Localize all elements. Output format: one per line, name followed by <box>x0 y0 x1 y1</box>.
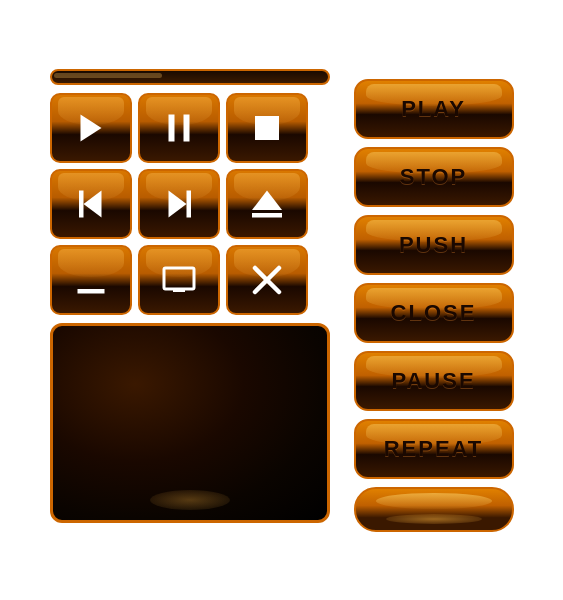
close-text-button[interactable]: CLOSE <box>354 283 514 343</box>
svg-marker-6 <box>168 190 186 217</box>
pause-text-button[interactable]: PAUSE <box>354 351 514 411</box>
seek-bar[interactable] <box>50 69 330 85</box>
svg-rect-1 <box>168 114 174 141</box>
svg-rect-10 <box>77 289 104 294</box>
repeat-text-button[interactable]: REPEAT <box>354 419 514 479</box>
svg-marker-0 <box>80 114 101 141</box>
right-panel: PLAY STOP PUSH CLOSE PAUSE REPEAT <box>354 79 514 532</box>
svg-marker-8 <box>252 190 282 210</box>
svg-rect-3 <box>255 116 279 140</box>
svg-rect-2 <box>183 114 189 141</box>
push-text-button[interactable]: PUSH <box>354 215 514 275</box>
minimize-icon-button[interactable] <box>50 245 132 315</box>
screen-icon-button[interactable] <box>138 245 220 315</box>
icon-button-grid <box>50 93 330 315</box>
svg-rect-9 <box>252 213 282 218</box>
play-text-button[interactable]: PLAY <box>354 79 514 139</box>
display-screen <box>50 323 330 523</box>
svg-rect-12 <box>173 289 185 292</box>
stop-text-button[interactable]: STOP <box>354 147 514 207</box>
close-icon-button[interactable] <box>226 245 308 315</box>
oval-decorative-button[interactable] <box>354 487 514 532</box>
next-icon-button[interactable] <box>138 169 220 239</box>
play-icon-button[interactable] <box>50 93 132 163</box>
pause-icon-button[interactable] <box>138 93 220 163</box>
left-panel <box>50 69 330 523</box>
eject-icon-button[interactable] <box>226 169 308 239</box>
svg-marker-4 <box>83 190 101 217</box>
main-container: PLAY STOP PUSH CLOSE PAUSE REPEAT <box>30 49 534 552</box>
svg-rect-11 <box>164 268 194 289</box>
svg-rect-5 <box>79 190 84 217</box>
svg-rect-7 <box>186 190 191 217</box>
stop-icon-button[interactable] <box>226 93 308 163</box>
prev-icon-button[interactable] <box>50 169 132 239</box>
